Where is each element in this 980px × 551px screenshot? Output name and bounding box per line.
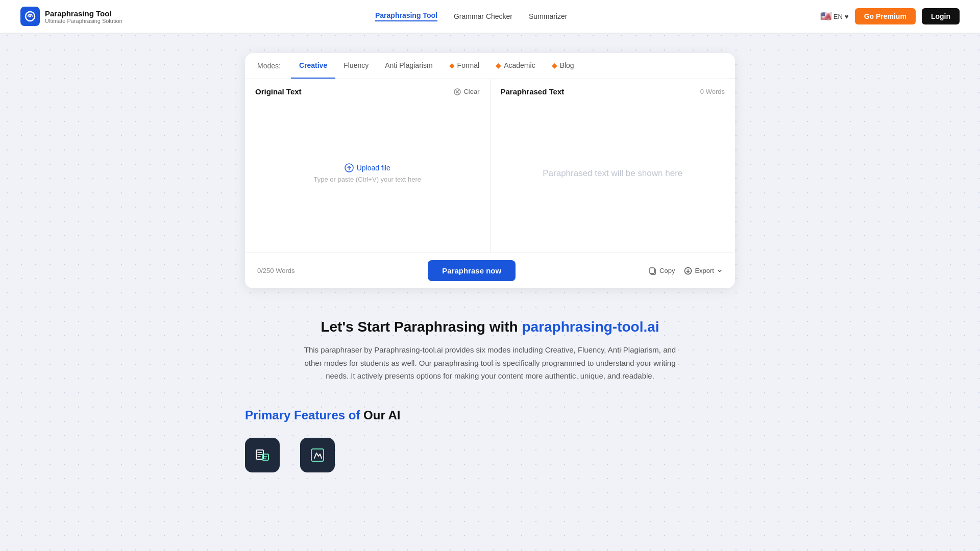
- tool-card: Modes: Creative Fluency Anti Plagiarism …: [245, 53, 735, 288]
- paraphrased-text-pane: Paraphrased Text 0 Words Paraphrased tex…: [491, 79, 736, 253]
- modes-bar: Modes: Creative Fluency Anti Plagiarism …: [245, 53, 735, 79]
- main-content: Modes: Creative Fluency Anti Plagiarism …: [235, 53, 745, 288]
- lang-selector[interactable]: 🇺🇸 EN ♥: [820, 11, 849, 22]
- upload-label: Upload file: [357, 164, 390, 172]
- clear-icon: [454, 88, 461, 95]
- header: Paraphrasing Tool Ultimate Paraphrasing …: [0, 0, 980, 33]
- mode-anti-plagiarism-label: Anti Plagiarism: [385, 61, 432, 69]
- nav-summarizer[interactable]: Summarizer: [529, 12, 567, 20]
- header-right: 🇺🇸 EN ♥ Go Premium Login: [820, 8, 960, 24]
- text-area-wrapper[interactable]: Upload file Type or paste (Ctrl+V) your …: [255, 102, 480, 244]
- logo-area[interactable]: Paraphrasing Tool Ultimate Paraphrasing …: [20, 7, 122, 26]
- copy-icon: [649, 267, 657, 275]
- svg-rect-8: [650, 268, 654, 273]
- nav-paraphrasing-tool[interactable]: Paraphrasing Tool: [375, 11, 437, 21]
- modes-label: Modes:: [257, 62, 281, 70]
- mode-tab-fluency[interactable]: Fluency: [335, 53, 377, 79]
- original-text-title: Original Text: [255, 87, 302, 96]
- paraphrase-now-button[interactable]: Paraphrase now: [428, 260, 516, 281]
- export-chevron-icon: [717, 268, 723, 274]
- clear-button[interactable]: Clear: [454, 88, 479, 95]
- mode-tab-blog[interactable]: ◆ Blog: [544, 53, 582, 79]
- word-counter: 0/250 Words: [257, 267, 295, 274]
- feature-icon-1: [245, 438, 280, 472]
- mode-creative-label: Creative: [299, 61, 327, 69]
- upload-file-button[interactable]: Upload file: [345, 163, 390, 172]
- paraphrased-area-wrapper: Paraphrased text will be shown here: [501, 102, 725, 244]
- export-icon: [684, 267, 692, 275]
- logo-title: Paraphrasing Tool: [45, 9, 122, 18]
- logo-subtitle: Ultimate Paraphrasing Solution: [45, 18, 122, 24]
- info-section: Let's Start Paraphrasing with paraphrasi…: [296, 319, 684, 383]
- feature-icon-2: [300, 438, 335, 472]
- clear-label: Clear: [463, 88, 479, 95]
- logo-text-block: Paraphrasing Tool Ultimate Paraphrasing …: [45, 9, 122, 24]
- words-count: 0 Words: [700, 88, 725, 95]
- upload-hint: Type or paste (Ctrl+V) your text here: [313, 176, 421, 183]
- mode-tab-anti-plagiarism[interactable]: Anti Plagiarism: [377, 53, 440, 79]
- features-section: Primary Features of Our AI: [235, 408, 745, 493]
- paraphrased-pane-header: Paraphrased Text 0 Words: [501, 87, 725, 96]
- mode-tab-creative[interactable]: Creative: [291, 53, 335, 79]
- blog-premium-icon: ◆: [552, 61, 557, 69]
- section-title-part1: Let's Start Paraphrasing with: [321, 319, 518, 335]
- mode-formal-label: Formal: [457, 61, 480, 69]
- nav-grammar-checker[interactable]: Grammar Checker: [454, 12, 512, 20]
- mode-blog-label: Blog: [560, 61, 574, 69]
- main-nav: Paraphrasing Tool Grammar Checker Summar…: [375, 11, 567, 21]
- lang-label: EN: [834, 13, 843, 20]
- section-title-highlight: paraphrasing-tool.ai: [522, 319, 659, 335]
- section-title: Let's Start Paraphrasing with paraphrasi…: [296, 319, 684, 335]
- go-premium-button[interactable]: Go Premium: [855, 8, 916, 24]
- paraphrased-placeholder: Paraphrased text will be shown here: [522, 146, 703, 201]
- lang-chevron-icon: ♥: [845, 13, 849, 20]
- mode-fluency-label: Fluency: [344, 61, 369, 69]
- features-title-rest: Our AI: [363, 408, 400, 422]
- upload-icon: [345, 163, 354, 172]
- original-text-pane: Original Text Clear: [245, 79, 491, 253]
- flag-icon: 🇺🇸: [820, 11, 831, 22]
- mode-academic-label: Academic: [504, 61, 535, 69]
- feature-icons-row: [245, 438, 735, 472]
- mode-tab-formal[interactable]: ◆ Formal: [441, 53, 488, 79]
- svg-point-1: [29, 15, 31, 17]
- paraphrased-text-title: Paraphrased Text: [501, 87, 565, 96]
- features-title-blue: Primary Features of: [245, 408, 360, 422]
- features-title: Primary Features of Our AI: [245, 408, 735, 422]
- academic-premium-icon: ◆: [496, 61, 501, 69]
- export-label: Export: [695, 267, 714, 274]
- bottom-bar: 0/250 Words Paraphrase now Copy: [245, 253, 735, 288]
- original-pane-header: Original Text Clear: [255, 87, 480, 96]
- copy-label: Copy: [659, 267, 675, 274]
- export-button[interactable]: Export: [684, 267, 723, 275]
- copy-button[interactable]: Copy: [649, 267, 675, 275]
- mode-tab-academic[interactable]: ◆ Academic: [487, 53, 543, 79]
- logo-icon: [20, 7, 40, 26]
- editor-area: Original Text Clear: [245, 79, 735, 253]
- formal-premium-icon: ◆: [449, 61, 455, 69]
- right-actions: Copy Export: [649, 267, 723, 275]
- section-description: This paraphraser by Paraphrasing-tool.ai…: [296, 343, 684, 383]
- login-button[interactable]: Login: [922, 8, 960, 24]
